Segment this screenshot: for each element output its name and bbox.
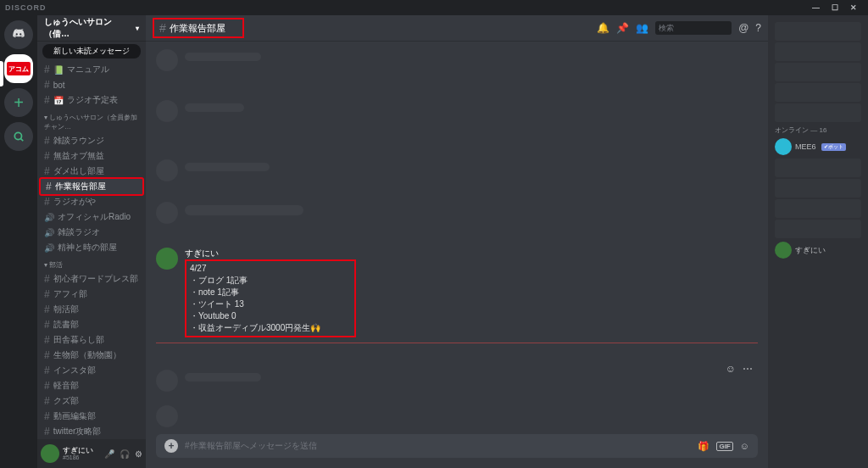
mute-icon[interactable]: 🎤	[104, 449, 114, 459]
message: すぎにい 4/27・ブログ 1記事・note 1記事・ツイート 13・Youtu…	[156, 248, 758, 337]
text-channel[interactable]: #読書部	[39, 317, 144, 332]
server-selected-pill	[0, 61, 3, 86]
hash-icon: #	[46, 181, 52, 192]
message-line: 4/27	[190, 263, 320, 275]
member-row[interactable]: すぎにい	[771, 240, 865, 260]
discord-logo-icon	[11, 27, 26, 42]
inbox-icon[interactable]: @	[738, 22, 748, 34]
avatar[interactable]	[41, 444, 59, 463]
window-close[interactable]: ✕	[844, 3, 863, 12]
voice-channel[interactable]: 🔊オフィシャルRadio	[39, 209, 144, 225]
attach-button[interactable]: +	[164, 439, 178, 453]
settings-icon[interactable]: ⚙	[135, 449, 142, 459]
text-channel[interactable]: #twitter攻略部	[39, 424, 144, 439]
channel-label: 生物部（動物園）	[53, 349, 121, 361]
hash-icon: #	[44, 79, 50, 91]
hash-icon: #	[44, 426, 50, 437]
server-header[interactable]: しゅうへいサロン（借… ▾	[37, 15, 146, 41]
pinned-icon[interactable]: 📌	[616, 22, 629, 34]
channel-title: # 作業報告部屋	[153, 18, 244, 38]
channel-category[interactable]: ▾ 部活	[39, 255, 144, 271]
members-icon[interactable]: 👥	[636, 22, 648, 34]
text-channel[interactable]: #軽音部	[39, 378, 144, 393]
text-channel[interactable]: #ラジオがや	[39, 194, 144, 209]
text-channel[interactable]: #動画編集部	[39, 409, 144, 424]
channel-name: 作業報告部屋	[170, 22, 225, 35]
search-placeholder: 検索	[659, 23, 674, 34]
hash-icon: #	[44, 94, 50, 106]
channel-label: 田舎暮らし部	[53, 334, 104, 346]
channel-category[interactable]: ▾ しゅうへいサロン（全員参加チャン…	[39, 108, 144, 133]
member-name: MEE6	[795, 142, 816, 151]
chevron-down-icon: ▾	[136, 25, 139, 32]
text-channel[interactable]: #雑談ラウンジ	[39, 133, 144, 148]
text-channel[interactable]: #bot	[39, 77, 144, 92]
hash-icon: #	[44, 349, 50, 361]
more-icon[interactable]: ⋯	[743, 363, 753, 375]
server-icon[interactable]: アコム	[4, 54, 33, 83]
channel-label: ラジオがや	[53, 196, 96, 208]
user-panel: すぎにい #5186 🎤 🎧 ⚙	[37, 439, 146, 468]
text-channel[interactable]: #初心者ワードプレス部	[39, 271, 144, 287]
notifications-icon[interactable]: 🔔	[597, 22, 609, 34]
hash-icon: #	[44, 365, 50, 376]
text-channel[interactable]: #アフィ部	[39, 287, 144, 302]
channel-label: twitter攻略部	[53, 426, 102, 437]
hash-icon: #	[44, 380, 50, 392]
text-channel[interactable]: #田舎暮らし部	[39, 332, 144, 348]
text-channel[interactable]: #インスタ部	[39, 363, 144, 378]
message-input[interactable]: + #作業報告部屋へメッセージを送信 🎁 GIF ☺	[156, 434, 758, 458]
avatar	[775, 242, 792, 259]
hash-icon: #	[44, 150, 50, 162]
member-list: オンライン — 16 MEE6✔ボットすぎにい	[768, 15, 868, 468]
text-channel[interactable]: #クズ部	[39, 393, 144, 409]
explore-button[interactable]	[4, 122, 33, 151]
emoji-icon[interactable]: ☺	[740, 441, 749, 451]
channel-label: 作業報告部屋	[55, 181, 106, 192]
text-channel[interactable]: #📅ラジオ予定表	[39, 92, 144, 108]
channel-label: 読書部	[53, 319, 79, 331]
channel-label: 雑談ラウンジ	[53, 135, 104, 147]
message-line: ・ツイート 13	[190, 298, 320, 310]
voice-channel[interactable]: 🔊精神と時の部屋	[39, 240, 144, 255]
svg-point-0	[14, 132, 21, 139]
gif-icon[interactable]: GIF	[716, 442, 732, 451]
window-minimize[interactable]: —	[807, 3, 826, 12]
channel-list: #📗マニュアル#bot#📅ラジオ予定表▾ しゅうへいサロン（全員参加チャン…#雑…	[37, 62, 146, 439]
app-name: DISCORD	[5, 3, 47, 12]
help-icon[interactable]: ?	[755, 22, 761, 34]
server-rail: アコム +	[0, 15, 37, 468]
new-unread-banner[interactable]: 新しい未読メッセージ	[42, 44, 141, 58]
message-line: ・Youtube 0	[190, 310, 320, 322]
user-tag: #5186	[63, 454, 93, 460]
search-input[interactable]: 検索	[655, 21, 732, 35]
text-channel[interactable]: #無益オブ無益	[39, 148, 144, 164]
voice-channel[interactable]: 🔊雑談ラジオ	[39, 225, 144, 240]
bot-badge: ✔ボット	[821, 143, 846, 151]
text-channel[interactable]: #作業報告部屋	[39, 177, 144, 196]
deafen-icon[interactable]: 🎧	[120, 449, 130, 459]
server-name: しゅうへいサロン（借…	[44, 16, 136, 40]
add-server-button[interactable]: +	[4, 88, 33, 117]
channel-label: 軽音部	[53, 380, 79, 392]
add-reaction-icon[interactable]: ☺	[726, 363, 736, 375]
channel-label: 無益オブ無益	[53, 150, 104, 162]
gift-icon[interactable]: 🎁	[698, 441, 709, 452]
hash-icon: #	[44, 64, 50, 75]
hash-icon: #	[44, 288, 50, 300]
channel-label: bot	[53, 81, 65, 90]
home-button[interactable]	[4, 20, 33, 49]
window-maximize[interactable]: ☐	[826, 3, 844, 12]
channel-label: 朝活部	[53, 304, 79, 315]
message-actions: ☺ ⋯	[726, 363, 753, 375]
message-line: ・note 1記事	[190, 287, 320, 298]
message-line: ・ブログ 1記事	[190, 275, 320, 287]
text-channel[interactable]: #生物部（動物園）	[39, 348, 144, 363]
channel-label: 雑談ラジオ	[58, 226, 100, 238]
text-channel[interactable]: #📗マニュアル	[39, 62, 144, 77]
member-row[interactable]: MEE6✔ボット	[771, 136, 865, 157]
user-name: すぎにい	[63, 447, 93, 454]
text-channel[interactable]: #朝活部	[39, 302, 144, 317]
channel-header: # 作業報告部屋 🔔 📌 👥 検索 @ ?	[146, 15, 768, 41]
avatar[interactable]	[156, 248, 178, 270]
